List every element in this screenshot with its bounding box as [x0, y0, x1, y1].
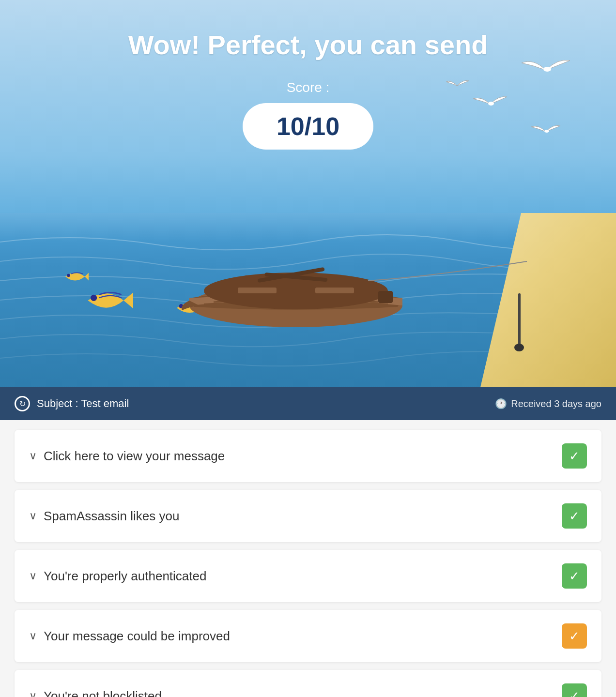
check-item-view-message[interactable]: ∨ Click here to view your message ✓ — [15, 430, 601, 482]
rope-icon — [0, 232, 616, 329]
check-item-text-not-blocklisted: You're not blocklisted — [44, 689, 162, 697]
check-badge-icon-authenticated: ✓ — [569, 569, 580, 584]
check-item-label-view-message: ∨ Click here to view your message — [29, 449, 225, 464]
check-badge-icon-could-improve: ✓ — [569, 629, 580, 644]
check-item-text-view-message: Click here to view your message — [44, 449, 225, 464]
check-badge-icon-view-message: ✓ — [569, 449, 580, 464]
check-item-label-authenticated: ∨ You're properly authenticated — [29, 569, 206, 584]
status-bar-left: ↻ Subject : Test email — [15, 396, 129, 411]
chevron-icon-authenticated: ∨ — [29, 570, 37, 582]
chevron-icon-view-message: ∨ — [29, 450, 37, 462]
score-badge: 10/10 — [243, 103, 373, 150]
check-badge-could-improve: ✓ — [562, 623, 587, 649]
check-item-authenticated[interactable]: ∨ You're properly authenticated ✓ — [15, 550, 601, 602]
hero-title: Wow! Perfect, you can send — [0, 0, 616, 61]
check-item-not-blocklisted[interactable]: ∨ You're not blocklisted ✓ — [15, 670, 601, 697]
bird-3-icon — [529, 121, 563, 143]
hero-section: Wow! Perfect, you can send Score : 10/10 — [0, 0, 616, 387]
svg-point-4 — [514, 344, 524, 351]
chevron-icon-not-blocklisted: ∨ — [29, 690, 37, 697]
check-badge-icon-not-blocklisted: ✓ — [569, 689, 580, 697]
received-text: Received 3 days ago — [511, 398, 601, 409]
chevron-icon-spam-assassin: ∨ — [29, 510, 37, 522]
refresh-button[interactable]: ↻ — [15, 396, 30, 411]
status-bar-right: 🕐 Received 3 days ago — [495, 398, 601, 409]
bird-2-icon — [471, 92, 509, 116]
check-badge-spam-assassin: ✓ — [562, 503, 587, 529]
score-label: Score : — [0, 80, 616, 95]
check-item-spam-assassin[interactable]: ∨ SpamAssassin likes you ✓ — [15, 490, 601, 542]
check-badge-not-blocklisted: ✓ — [562, 683, 587, 697]
clock-icon: 🕐 — [495, 398, 507, 409]
check-list: ∨ Click here to view your message ✓ ∨ Sp… — [0, 420, 616, 697]
check-item-text-authenticated: You're properly authenticated — [44, 569, 206, 584]
svg-point-2 — [544, 130, 549, 133]
check-item-label-not-blocklisted: ∨ You're not blocklisted — [29, 689, 162, 697]
svg-point-0 — [543, 67, 551, 72]
svg-point-1 — [488, 102, 494, 106]
check-item-label-could-improve: ∨ Your message could be improved — [29, 629, 230, 644]
check-item-text-spam-assassin: SpamAssassin likes you — [44, 509, 179, 524]
check-badge-view-message: ✓ — [562, 443, 587, 469]
chevron-icon-could-improve: ∨ — [29, 630, 37, 642]
check-badge-icon-spam-assassin: ✓ — [569, 509, 580, 524]
check-item-label-spam-assassin: ∨ SpamAssassin likes you — [29, 509, 179, 524]
check-badge-authenticated: ✓ — [562, 563, 587, 589]
status-bar: ↻ Subject : Test email 🕐 Received 3 days… — [0, 387, 616, 420]
check-item-could-improve[interactable]: ∨ Your message could be improved ✓ — [15, 610, 601, 662]
subject-label: Subject : Test email — [37, 397, 129, 410]
check-item-text-could-improve: Your message could be improved — [44, 629, 230, 644]
